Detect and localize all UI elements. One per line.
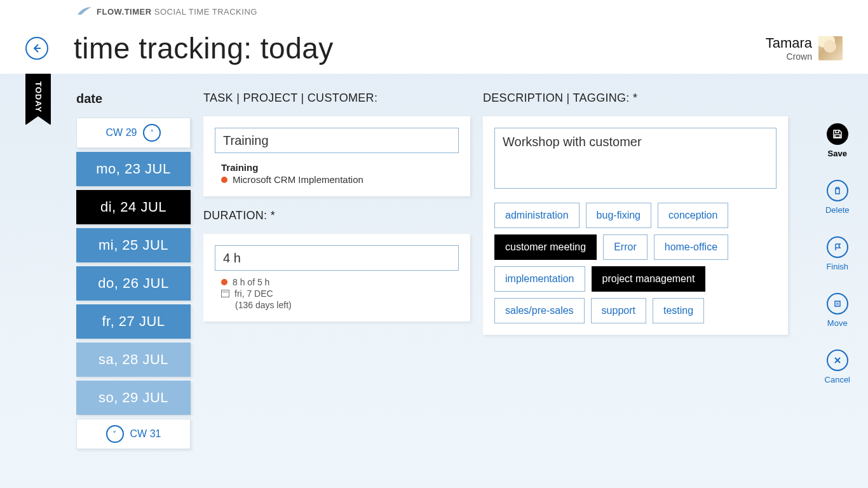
chevron-up-icon: ˄ xyxy=(143,124,161,142)
duration-input[interactable] xyxy=(215,245,459,271)
week-prev-label: CW 29 xyxy=(106,127,137,139)
budget-line: 8 h of 5 h xyxy=(233,277,269,287)
budget-dot-icon xyxy=(221,279,227,285)
description-section-label: DESCRIPTION | TAGGING: * xyxy=(483,92,788,105)
tag[interactable]: testing xyxy=(653,298,704,323)
brand-name: FLOW.TIMER xyxy=(97,7,152,17)
description-card: administrationbug-fixingconceptioncustom… xyxy=(483,116,788,335)
date-column: date CW 29 ˄ mo, 23 JULdi, 24 JULmi, 25 … xyxy=(76,92,191,453)
week-next[interactable]: ˅ CW 31 xyxy=(76,419,191,449)
tag[interactable]: bug-fixing xyxy=(586,203,651,228)
cancel-label: Cancel xyxy=(825,375,850,384)
finish-label: Finish xyxy=(826,262,848,271)
week-prev[interactable]: CW 29 ˄ xyxy=(76,118,191,148)
due-line: fri, 7 DEC xyxy=(234,288,273,299)
close-icon xyxy=(827,349,848,371)
tag[interactable]: support xyxy=(591,298,646,323)
calendar-icon xyxy=(221,290,229,297)
content-area: TODAY date CW 29 ˄ mo, 23 JULdi, 24 JULm… xyxy=(0,74,868,488)
description-input[interactable] xyxy=(494,128,776,189)
task-section-label: TASK | PROJECT | CUSTOMER: xyxy=(203,92,470,105)
description-column: DESCRIPTION | TAGGING: * administrationb… xyxy=(483,92,788,453)
delete-label: Delete xyxy=(825,205,850,215)
chevron-down-icon: ˅ xyxy=(106,425,124,443)
task-selected-name: Training xyxy=(221,162,459,173)
trash-icon xyxy=(827,180,848,201)
date-heading: date xyxy=(76,92,191,106)
tag[interactable]: conception xyxy=(658,203,728,228)
page-header: time tracking: today Tamara Crown xyxy=(0,23,868,74)
task-column: TASK | PROJECT | CUSTOMER: Training Micr… xyxy=(203,92,470,453)
move-label: Move xyxy=(827,318,848,328)
tag[interactable]: sales/pre-sales xyxy=(494,298,585,323)
today-ribbon-label: TODAY xyxy=(34,81,43,112)
day-item[interactable]: sa, 28 JUL xyxy=(76,342,191,377)
avatar[interactable] xyxy=(818,36,843,60)
back-button[interactable] xyxy=(25,37,48,60)
cancel-button[interactable]: Cancel xyxy=(825,349,850,384)
tag[interactable]: Error xyxy=(603,234,648,260)
tag[interactable]: customer meeting xyxy=(494,234,597,260)
task-project: Microsoft CRM Implementation xyxy=(233,174,363,185)
move-icon xyxy=(827,293,848,315)
tag[interactable]: project management xyxy=(592,266,706,292)
move-button[interactable]: Move xyxy=(827,293,848,328)
day-item[interactable]: mo, 23 JUL xyxy=(76,152,191,186)
day-item[interactable]: so, 29 JUL xyxy=(76,381,191,415)
task-card: Training Microsoft CRM Implementation xyxy=(203,116,470,196)
project-dot-icon xyxy=(221,177,227,183)
user-block[interactable]: Tamara Crown xyxy=(766,35,843,62)
brand-text: FLOW.TIMER SOCIAL TIME TRACKING xyxy=(97,7,257,17)
tag-list: administrationbug-fixingconceptioncustom… xyxy=(494,203,776,323)
brand-strip: FLOW.TIMER SOCIAL TIME TRACKING xyxy=(0,0,868,23)
user-subtitle: Crown xyxy=(766,51,812,62)
feather-icon xyxy=(76,6,93,17)
tag[interactable]: home-office xyxy=(654,234,728,260)
brand-tagline: SOCIAL TIME TRACKING xyxy=(152,7,257,17)
day-item[interactable]: mi, 25 JUL xyxy=(76,228,191,262)
today-ribbon[interactable]: TODAY xyxy=(25,74,51,125)
action-rail: Save Delete Finish Move Cancel xyxy=(825,123,850,384)
duration-section-label: DURATION: * xyxy=(203,209,470,222)
page-title: time tracking: today xyxy=(74,31,334,65)
save-button[interactable]: Save xyxy=(827,123,848,158)
day-item[interactable]: fr, 27 JUL xyxy=(76,304,191,339)
days-left-line: (136 days left) xyxy=(235,300,292,310)
day-item[interactable]: di, 24 JUL xyxy=(76,190,191,224)
day-item[interactable]: do, 26 JUL xyxy=(76,266,191,301)
week-next-label: CW 31 xyxy=(130,428,161,440)
svg-rect-0 xyxy=(835,301,840,306)
tag[interactable]: administration xyxy=(494,203,580,228)
duration-card: 8 h of 5 h fri, 7 DEC (136 days left) xyxy=(203,234,470,322)
delete-button[interactable]: Delete xyxy=(825,180,850,215)
save-label: Save xyxy=(828,149,847,158)
user-name: Tamara xyxy=(766,35,812,51)
save-icon xyxy=(827,123,848,145)
task-input[interactable] xyxy=(215,128,459,153)
tag[interactable]: implementation xyxy=(494,266,585,292)
flag-icon xyxy=(827,236,848,258)
finish-button[interactable]: Finish xyxy=(826,236,848,271)
